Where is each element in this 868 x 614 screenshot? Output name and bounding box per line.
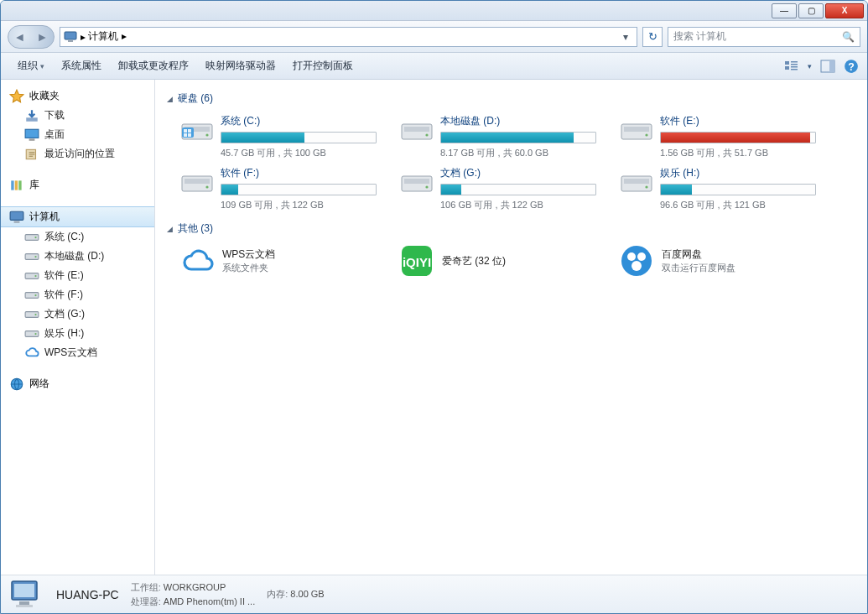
sidebar-item-recent[interactable]: 最近访问的位置 bbox=[1, 144, 154, 164]
view-options-icon[interactable] bbox=[784, 60, 799, 73]
drive-usage-bar bbox=[440, 132, 596, 143]
drive-usage-bar bbox=[660, 184, 816, 195]
svg-point-40 bbox=[425, 133, 428, 136]
toolbar-map-drive[interactable]: 映射网络驱动器 bbox=[197, 55, 284, 76]
drive-info: 8.17 GB 可用 , 共 60.0 GB bbox=[440, 147, 605, 159]
address-dropdown-icon[interactable]: ▾ bbox=[618, 31, 633, 43]
drive-item[interactable]: 文档 (G:)106 GB 可用 , 共 122 GB bbox=[400, 166, 605, 211]
section-other[interactable]: ◢ 其他 (3) bbox=[167, 221, 855, 236]
library-icon bbox=[9, 179, 24, 192]
svg-rect-9 bbox=[829, 60, 834, 72]
sidebar-network-label: 网络 bbox=[29, 377, 49, 391]
drive-icon bbox=[24, 231, 39, 244]
section-other-label: 其他 (3) bbox=[178, 221, 213, 236]
sidebar-computer-label: 计算机 bbox=[29, 210, 60, 224]
sidebar-item-drive[interactable]: 软件 (E:) bbox=[1, 266, 154, 285]
breadcrumb-path[interactable]: 计算机 ▸ bbox=[88, 29, 126, 44]
other-item[interactable]: 百度网盘双击运行百度网盘 bbox=[620, 244, 824, 278]
toolbar-system-properties[interactable]: 系统属性 bbox=[53, 55, 110, 76]
title-bar: — ▢ X bbox=[1, 1, 867, 21]
sidebar-item-drive[interactable]: 本地磁盘 (D:) bbox=[1, 247, 154, 266]
drive-item[interactable]: 软件 (F:)109 GB 可用 , 共 122 GB bbox=[180, 166, 385, 211]
sidebar-item-drive[interactable]: WPS云文档 bbox=[1, 343, 154, 362]
svg-rect-48 bbox=[404, 179, 429, 184]
drive-icon bbox=[24, 289, 39, 302]
svg-rect-19 bbox=[10, 211, 23, 220]
other-item[interactable]: iQIYI爱奇艺 (32 位) bbox=[400, 244, 605, 278]
details-cpu-label: 处理器: bbox=[131, 596, 161, 606]
svg-rect-61 bbox=[19, 601, 29, 605]
nav-back-forward[interactable]: ◄ ► bbox=[8, 25, 55, 49]
hard-drive-icon bbox=[620, 117, 653, 144]
drive-usage-bar bbox=[221, 184, 377, 195]
hard-drive-icon bbox=[180, 117, 214, 144]
sidebar-libraries[interactable]: 库 bbox=[1, 175, 154, 195]
svg-rect-2 bbox=[785, 61, 789, 65]
toolbar-control-panel[interactable]: 打开控制面板 bbox=[284, 55, 361, 76]
collapse-icon: ◢ bbox=[167, 225, 173, 233]
search-icon: 🔍 bbox=[842, 31, 855, 43]
drive-name: 软件 (E:) bbox=[660, 114, 824, 128]
help-icon[interactable]: ? bbox=[844, 60, 859, 73]
sidebar-item-label: 文档 (G:) bbox=[44, 307, 85, 321]
drive-name: 软件 (F:) bbox=[221, 166, 385, 180]
view-dropdown-icon[interactable]: ▾ bbox=[808, 62, 812, 70]
command-bar: 组织 系统属性 卸载或更改程序 映射网络驱动器 打开控制面板 ▾ ? bbox=[1, 53, 867, 80]
svg-rect-14 bbox=[29, 138, 35, 140]
details-memory-label: 内存: bbox=[267, 589, 288, 599]
collapse-icon: ◢ bbox=[167, 95, 173, 103]
sidebar-item-drive[interactable]: 系统 (C:) bbox=[1, 227, 154, 247]
sidebar-item-downloads[interactable]: 下载 bbox=[1, 106, 154, 125]
drive-icon bbox=[24, 269, 39, 283]
drive-item[interactable]: 本地磁盘 (D:)8.17 GB 可用 , 共 60.0 GB bbox=[400, 114, 605, 159]
svg-rect-3 bbox=[785, 66, 789, 70]
sidebar-item-drive[interactable]: 文档 (G:) bbox=[1, 304, 154, 324]
details-workgroup-label: 工作组: bbox=[131, 582, 161, 592]
drive-info: 106 GB 可用 , 共 122 GB bbox=[440, 199, 605, 211]
sidebar-item-drive[interactable]: 娱乐 (H:) bbox=[1, 324, 154, 343]
sidebar-network[interactable]: 网络 bbox=[1, 374, 154, 393]
baidu-icon bbox=[620, 244, 653, 278]
computer-icon bbox=[9, 211, 24, 224]
drive-item[interactable]: 软件 (E:)1.56 GB 可用 , 共 51.7 GB bbox=[620, 114, 824, 159]
other-item[interactable]: WPS云文档系统文件夹 bbox=[180, 244, 385, 278]
toolbar-organize[interactable]: 组织 bbox=[9, 55, 53, 76]
desktop-icon bbox=[24, 128, 39, 142]
svg-rect-42 bbox=[624, 127, 649, 132]
address-bar[interactable]: ▸ 计算机 ▸ ▾ bbox=[60, 27, 637, 47]
sidebar-computer[interactable]: 计算机 bbox=[1, 206, 154, 227]
close-button[interactable]: X bbox=[825, 3, 864, 18]
sidebar-favorites[interactable]: 收藏夹 bbox=[1, 86, 154, 106]
sidebar-item-label: WPS云文档 bbox=[44, 346, 97, 360]
drive-item[interactable]: 娱乐 (H:)96.6 GB 可用 , 共 121 GB bbox=[620, 166, 824, 211]
drive-usage-bar bbox=[221, 132, 377, 143]
minimize-button[interactable]: — bbox=[772, 3, 797, 18]
drive-usage-bar bbox=[660, 132, 816, 143]
sidebar-item-desktop[interactable]: 桌面 bbox=[1, 125, 154, 144]
preview-pane-icon[interactable] bbox=[820, 60, 835, 73]
svg-rect-45 bbox=[185, 179, 210, 184]
svg-rect-51 bbox=[624, 179, 649, 184]
sidebar-item-label: 最近访问的位置 bbox=[44, 147, 115, 161]
hard-drive-icon bbox=[400, 117, 434, 144]
back-icon: ◄ bbox=[14, 30, 26, 44]
svg-rect-4 bbox=[791, 61, 798, 63]
drive-name: 娱乐 (H:) bbox=[660, 166, 824, 180]
svg-rect-1 bbox=[68, 40, 73, 42]
toolbar-uninstall[interactable]: 卸载或更改程序 bbox=[110, 55, 197, 76]
search-box[interactable]: 搜索 计算机 🔍 bbox=[668, 27, 860, 47]
sidebar-item-drive[interactable]: 软件 (F:) bbox=[1, 285, 154, 304]
sidebar-libraries-label: 库 bbox=[29, 178, 39, 192]
drive-info: 1.56 GB 可用 , 共 51.7 GB bbox=[660, 147, 824, 159]
other-item-name: 爱奇艺 (32 位) bbox=[442, 254, 506, 268]
drive-item[interactable]: 系统 (C:)45.7 GB 可用 , 共 100 GB bbox=[180, 114, 385, 159]
svg-point-58 bbox=[632, 261, 642, 271]
sidebar-item-label: 本地磁盘 (D:) bbox=[44, 249, 104, 263]
drive-icon bbox=[24, 327, 39, 341]
refresh-button[interactable]: ↻ bbox=[642, 27, 663, 47]
search-placeholder: 搜索 计算机 bbox=[673, 29, 726, 44]
section-drives[interactable]: ◢ 硬盘 (6) bbox=[167, 91, 855, 106]
details-workgroup: WORKGROUP bbox=[164, 582, 226, 592]
maximize-button[interactable]: ▢ bbox=[798, 3, 824, 18]
svg-point-46 bbox=[205, 185, 208, 188]
